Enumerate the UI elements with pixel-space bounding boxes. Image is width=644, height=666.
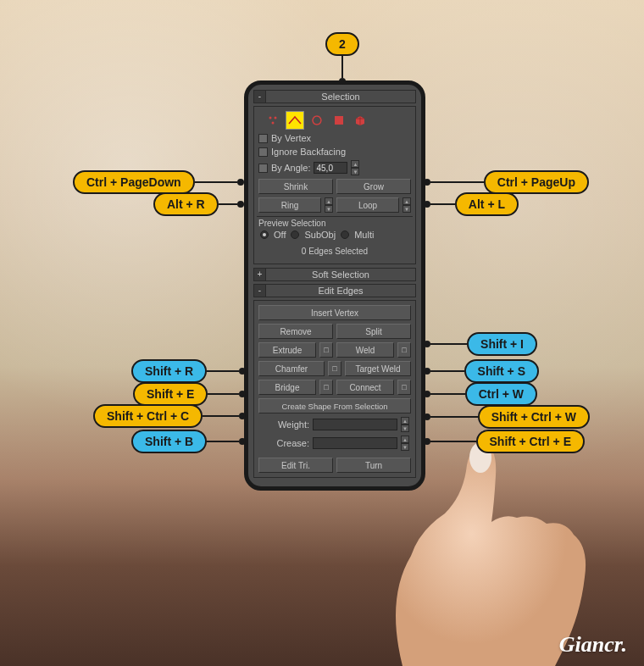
angle-spinner[interactable]: ▲▼	[351, 160, 359, 175]
extrude-settings-button[interactable]: □	[319, 342, 333, 358]
preview-off-label: Off	[274, 230, 286, 240]
loop-button[interactable]: Loop	[336, 197, 399, 213]
extrude-button[interactable]: Extrude	[258, 342, 316, 358]
element-icon[interactable]	[352, 111, 370, 130]
rollup-header-selection[interactable]: - Selection	[253, 90, 416, 103]
callout-dot	[239, 368, 246, 375]
callout-line	[195, 181, 237, 184]
preview-off-radio[interactable]	[260, 230, 269, 239]
callout-line	[430, 181, 484, 184]
callout-dot	[424, 201, 430, 208]
rollup-title-editedges: Edit Edges	[266, 286, 415, 296]
border-icon[interactable]	[308, 111, 326, 130]
ignore-backfacing-label: Ignore Backfacing	[271, 147, 346, 157]
crease-label: Crease:	[269, 438, 309, 448]
edit-tri-button[interactable]: Edit Tri.	[258, 458, 333, 473]
svg-point-0	[269, 117, 272, 119]
selection-status: 0 Edges Selected	[257, 241, 413, 261]
by-vertex-row: By Vertex	[257, 131, 413, 145]
rollup-header-editedges[interactable]: - Edit Edges	[253, 284, 416, 297]
by-angle-checkbox[interactable]	[258, 164, 268, 173]
callout-line	[430, 393, 465, 396]
weld-button[interactable]: Weld	[336, 342, 394, 358]
weight-input[interactable]	[313, 419, 397, 430]
preview-multi-radio[interactable]	[341, 230, 349, 239]
by-vertex-checkbox[interactable]	[258, 134, 268, 143]
grow-button[interactable]: Grow	[336, 179, 411, 194]
callout-dot	[339, 78, 346, 85]
shortcut-pill: Shift + I	[467, 332, 537, 356]
callout-line	[207, 370, 239, 373]
selection-body: By Vertex Ignore Backfacing By Angle: 45…	[253, 106, 416, 264]
shortcut-pill: Shift + S	[464, 359, 539, 383]
shortcut-pill: Shift + B	[131, 430, 207, 453]
remove-button[interactable]: Remove	[258, 324, 333, 339]
shortcut-pill: Ctrl + W	[465, 382, 537, 406]
shortcut-callout: Shift + I	[424, 332, 537, 356]
callout-dot	[424, 179, 430, 186]
top-shortcut-callout: 2	[325, 32, 359, 85]
subobject-icons	[257, 109, 413, 131]
callout-dot	[237, 179, 244, 186]
callout-line	[203, 415, 239, 418]
shortcut-pill: Shift + Ctrl + C	[93, 404, 203, 428]
shortcut-callout: Shift + Ctrl + W	[424, 405, 590, 429]
shortcut-pill-top: 2	[325, 32, 359, 56]
shortcut-callout: Shift + B	[131, 430, 246, 453]
shortcut-callout: Shift + S	[424, 359, 539, 383]
ignore-backfacing-checkbox[interactable]	[258, 147, 268, 157]
insert-vertex-button[interactable]: Insert Vertex	[258, 305, 411, 320]
callout-dot	[239, 391, 246, 397]
rollup-toggle-editedges[interactable]: -	[254, 285, 266, 297]
rollup-toggle-softsel[interactable]: +	[254, 269, 266, 280]
callout-line	[430, 416, 478, 419]
bridge-button[interactable]: Bridge	[258, 380, 316, 395]
chamfer-settings-button[interactable]: □	[328, 361, 341, 376]
create-shape-button[interactable]: Create Shape From Selection	[258, 398, 411, 413]
vertex-icon[interactable]	[264, 111, 282, 130]
target-weld-button[interactable]: Target Weld	[345, 361, 411, 376]
callout-line	[430, 203, 455, 206]
callout-dot	[239, 413, 246, 419]
weight-spinner[interactable]: ▲▼	[401, 417, 409, 432]
preview-subobj-radio[interactable]	[291, 230, 299, 239]
rollup-toggle[interactable]: -	[254, 91, 266, 103]
shortcut-callout: Shift + R	[131, 359, 246, 383]
chamfer-button[interactable]: Chamfer	[258, 361, 325, 376]
connect-settings-button[interactable]: □	[397, 380, 411, 395]
angle-input[interactable]: 45,0	[314, 162, 347, 174]
ring-spinner[interactable]: ▲▼	[325, 197, 333, 213]
ignore-backfacing-row: Ignore Backfacing	[257, 145, 413, 158]
shortcut-pill: Alt + L	[455, 192, 519, 216]
loop-spinner[interactable]: ▲▼	[402, 197, 411, 213]
shortcut-pill: Ctrl + PageUp	[484, 170, 589, 194]
rollup-header-softsel[interactable]: + Soft Selection	[253, 268, 416, 281]
preview-radio-row: Off SubObj Multi	[257, 228, 413, 241]
by-vertex-label: By Vertex	[271, 133, 311, 143]
preview-subobj-label: SubObj	[304, 230, 336, 240]
polygon-icon[interactable]	[330, 111, 348, 130]
bridge-settings-button[interactable]: □	[319, 380, 333, 395]
crease-spinner[interactable]: ▲▼	[401, 436, 409, 451]
svg-point-2	[272, 122, 275, 125]
preview-selection-label: Preview Selection	[257, 216, 413, 228]
ring-button[interactable]: Ring	[258, 197, 321, 213]
shortcut-callout: Ctrl + PageUp	[424, 170, 589, 194]
crease-row: Crease: ▲▼	[257, 434, 413, 452]
split-button[interactable]: Split	[336, 324, 411, 339]
turn-button[interactable]: Turn	[336, 458, 411, 473]
edge-icon[interactable]	[286, 111, 304, 130]
by-angle-label: By Angle:	[271, 163, 310, 173]
shortcut-callout: Shift + Ctrl + C	[93, 404, 246, 428]
callout-line	[430, 370, 464, 373]
shortcut-pill: Ctrl + PageDown	[73, 170, 195, 194]
crease-input[interactable]	[313, 437, 397, 449]
shortcut-callout: Shift + E	[133, 382, 246, 406]
callout-dot	[424, 413, 430, 420]
shrink-button[interactable]: Shrink	[258, 179, 333, 194]
callout-line	[208, 393, 239, 396]
callout-dot	[424, 368, 430, 375]
weight-row: Weight: ▲▼	[257, 415, 413, 434]
weld-settings-button[interactable]: □	[397, 342, 411, 358]
connect-button[interactable]: Connect	[336, 380, 394, 395]
